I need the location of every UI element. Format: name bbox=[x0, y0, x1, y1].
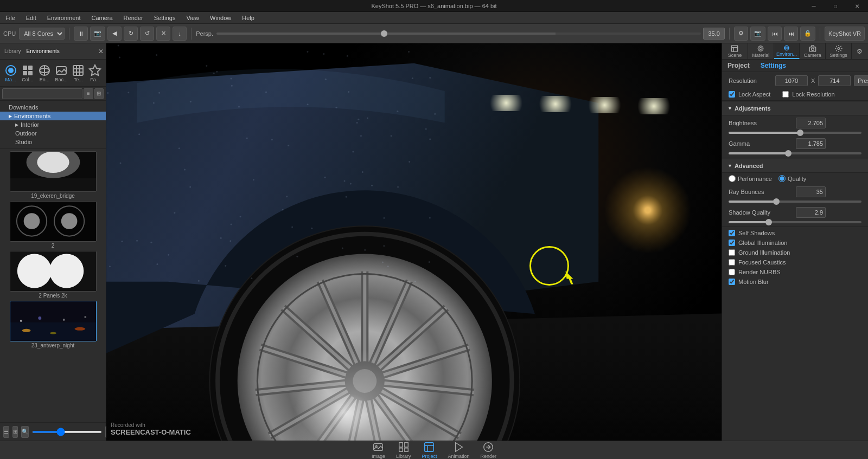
bottom-project[interactable]: Project bbox=[422, 441, 437, 459]
pause-button[interactable]: ⏸ bbox=[74, 27, 88, 41]
lock-resolution-checkbox[interactable] bbox=[782, 91, 789, 98]
render-nurbs-checkbox[interactable] bbox=[729, 269, 735, 275]
advanced-header[interactable]: ▼ Advanced bbox=[722, 159, 868, 173]
bottom-image[interactable]: Image bbox=[372, 441, 385, 459]
menu-file[interactable]: File bbox=[0, 14, 21, 22]
focused-caustics-checkbox[interactable] bbox=[729, 259, 735, 266]
tab-environment[interactable]: Environ... bbox=[774, 43, 800, 59]
lock-aspect-checkbox[interactable] bbox=[729, 91, 735, 98]
maximize-button[interactable]: □ bbox=[825, 0, 846, 12]
tab-settings[interactable]: Settings bbox=[826, 43, 852, 59]
lib-list-view[interactable]: ☰ bbox=[3, 426, 9, 438]
stop-button[interactable]: ✕ bbox=[156, 27, 170, 41]
tab-library[interactable]: Library bbox=[2, 47, 23, 55]
global-illumination-row: Global Illumination bbox=[722, 238, 868, 248]
motion-blur-checkbox[interactable] bbox=[729, 279, 735, 285]
tab-camera[interactable]: Camera bbox=[800, 43, 826, 59]
lib-close-button[interactable]: ✕ bbox=[98, 48, 104, 55]
prev-frame-btn[interactable]: ⏮ bbox=[768, 27, 782, 41]
tree-downloads[interactable]: Downloads bbox=[0, 103, 106, 112]
resolution-height[interactable] bbox=[818, 75, 851, 86]
tab-scene[interactable]: Scene bbox=[722, 43, 748, 59]
tree-studio[interactable]: Studio bbox=[0, 138, 106, 146]
arrow-left-button[interactable]: ◀ bbox=[107, 27, 122, 41]
settings-gear[interactable]: ⚙ bbox=[852, 43, 868, 59]
ray-bounces-value[interactable] bbox=[796, 186, 826, 197]
menu-render[interactable]: Render bbox=[118, 14, 149, 22]
nav-colors[interactable]: Col... bbox=[21, 64, 34, 82]
lock-btn[interactable]: 🔒 bbox=[800, 27, 815, 41]
list-item[interactable]: 19_ekeren_bridge bbox=[2, 151, 104, 199]
ground-illumination-checkbox[interactable] bbox=[729, 249, 735, 256]
list-item[interactable]: 23_antwerp_night bbox=[2, 301, 104, 348]
keyshot-vr-btn[interactable]: KeyShot VR bbox=[825, 27, 865, 41]
minimize-button[interactable]: ─ bbox=[803, 0, 825, 12]
lib-grid-view[interactable]: ⊞ bbox=[12, 426, 18, 438]
shadow-quality-value[interactable] bbox=[796, 207, 826, 218]
next-frame-btn[interactable]: ⏭ bbox=[784, 27, 798, 41]
lib-search-small[interactable]: 🔍 bbox=[21, 426, 29, 438]
brightness-value[interactable] bbox=[796, 118, 826, 128]
nav-textures[interactable]: Te... bbox=[72, 64, 85, 82]
refresh2-button[interactable]: ↺ bbox=[140, 27, 154, 41]
menu-window[interactable]: Window bbox=[205, 14, 237, 22]
performance-option[interactable]: Performance bbox=[729, 175, 772, 182]
gamma-value[interactable] bbox=[796, 138, 826, 149]
tree-interior[interactable]: ▶ Interior bbox=[0, 120, 106, 129]
camera-btn[interactable]: 📷 bbox=[750, 27, 765, 41]
refresh-button[interactable]: ↻ bbox=[124, 27, 138, 41]
quality-option[interactable]: Quality bbox=[778, 175, 806, 182]
search-action-btn[interactable]: ⊞ bbox=[94, 88, 104, 99]
thumbnail-image bbox=[10, 301, 97, 341]
menu-edit[interactable]: Edit bbox=[21, 14, 42, 22]
self-shadows-row: Self Shadows bbox=[722, 228, 868, 238]
quality-radio[interactable] bbox=[778, 175, 786, 182]
svg-point-44 bbox=[811, 48, 814, 51]
bottom-library[interactable]: Library bbox=[396, 441, 411, 459]
screenshot-button[interactable]: 📷 bbox=[90, 27, 105, 41]
persp-value[interactable] bbox=[703, 28, 725, 40]
brightness-slider[interactable] bbox=[729, 132, 861, 134]
down-button[interactable]: ↓ bbox=[173, 27, 187, 41]
adjustments-header[interactable]: ▼ Adjustments bbox=[722, 102, 868, 115]
search-filter-btn[interactable]: ≡ bbox=[84, 88, 93, 99]
bottom-animation[interactable]: Animation bbox=[448, 441, 469, 459]
interior-label: Interior bbox=[21, 121, 39, 128]
close-button[interactable]: ✕ bbox=[846, 0, 868, 12]
viewport[interactable]: Recorded with SCREENCAST-O-MATIC bbox=[106, 43, 722, 441]
ray-bounces-slider[interactable] bbox=[729, 201, 861, 203]
resolution-width[interactable] bbox=[775, 75, 808, 86]
menu-view[interactable]: View bbox=[181, 14, 205, 22]
menu-environment[interactable]: Environment bbox=[42, 14, 86, 22]
menu-camera[interactable]: Camera bbox=[86, 14, 118, 22]
self-shadows-checkbox[interactable] bbox=[729, 230, 735, 236]
settings-btn[interactable]: ⚙ bbox=[734, 27, 748, 41]
resolution-label: Resolution bbox=[729, 77, 772, 84]
bottom-render[interactable]: Render bbox=[481, 441, 497, 459]
ground-illumination-row: Ground Illumination bbox=[722, 248, 868, 257]
nav-materials[interactable]: Ma... bbox=[4, 64, 17, 82]
tab-camera-label: Camera bbox=[804, 53, 821, 58]
menu-settings[interactable]: Settings bbox=[149, 14, 181, 22]
list-item[interactable]: 2 bbox=[2, 201, 104, 249]
shadow-quality-slider[interactable] bbox=[729, 221, 861, 223]
global-illumination-checkbox[interactable] bbox=[729, 240, 735, 246]
gamma-slider[interactable] bbox=[729, 152, 861, 154]
cores-select[interactable]: All 8 Cores 4 Cores 2 Cores 1 Core bbox=[19, 28, 65, 40]
persp-slider[interactable] bbox=[216, 33, 701, 35]
tab-material[interactable]: Material bbox=[748, 43, 774, 59]
toolbar: CPU All 8 Cores 4 Cores 2 Cores 1 Core ⏸… bbox=[0, 24, 868, 43]
performance-radio[interactable] bbox=[729, 175, 736, 182]
search-input[interactable] bbox=[2, 88, 82, 99]
list-item[interactable]: 2 Panels 2k bbox=[2, 251, 104, 299]
tree-outdoor[interactable]: Outdoor bbox=[0, 129, 106, 138]
presets-button[interactable]: Presets... bbox=[854, 75, 868, 86]
nav-backplates[interactable]: Bac... bbox=[55, 64, 68, 82]
menu-help[interactable]: Help bbox=[237, 14, 260, 22]
tab-environments[interactable]: Environments bbox=[24, 47, 62, 55]
toolbar-sep-1 bbox=[69, 28, 69, 40]
tree-environments[interactable]: ▶ Environments bbox=[0, 112, 106, 120]
nav-favorites[interactable]: Fa... bbox=[88, 64, 101, 82]
nav-environments[interactable]: En... bbox=[38, 64, 51, 82]
lib-size-slider[interactable] bbox=[32, 431, 102, 433]
